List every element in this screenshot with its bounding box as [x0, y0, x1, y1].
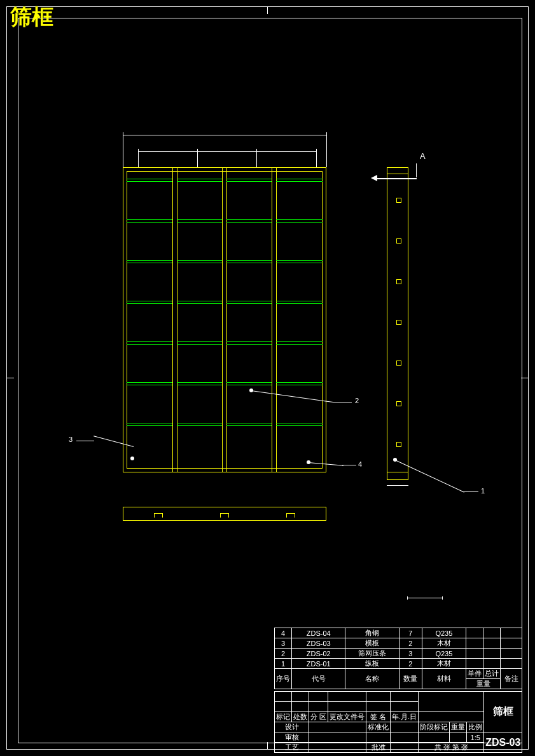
side-slot	[396, 401, 401, 406]
leader-line	[333, 402, 352, 402]
arrowhead-icon	[371, 175, 377, 181]
mesh-line	[276, 260, 323, 261]
slot	[154, 513, 163, 518]
mesh-line	[226, 260, 272, 261]
mesh-line	[127, 301, 172, 301]
dim-ext	[316, 149, 317, 167]
mesh-line	[127, 344, 172, 345]
bom-name: 角钢	[345, 628, 399, 638]
bom-mat: Q235	[422, 628, 466, 638]
mesh-line	[127, 263, 172, 263]
mesh-line	[226, 423, 272, 423]
mesh-line	[276, 179, 323, 179]
callout-4: 4	[358, 460, 362, 468]
mesh-line	[177, 179, 222, 179]
title-block: 筛框 标记 处数 分 区 更改文件号 签 名 年.月.日 设计 标准化 阶段标记…	[274, 691, 522, 753]
v-divider	[226, 167, 227, 472]
mesh-line	[226, 181, 272, 182]
section-arrow-line	[416, 163, 417, 177]
callout-1: 1	[481, 487, 485, 495]
mesh-line	[177, 423, 222, 423]
leader-dot	[130, 457, 134, 460]
tick-left	[6, 378, 14, 378]
mesh-line	[226, 301, 272, 301]
mesh-line	[177, 382, 222, 383]
mesh-line	[226, 341, 272, 342]
mesh-line	[226, 344, 272, 345]
bom-row: 4 ZDS-04 角钢 7 Q235	[275, 628, 522, 638]
mesh-line	[276, 263, 323, 263]
slot	[220, 513, 229, 518]
dim-ext	[256, 149, 257, 167]
tb-name: 筛框	[484, 692, 522, 732]
mesh-line	[226, 382, 272, 383]
slot	[286, 513, 295, 518]
leader-line	[76, 441, 94, 441]
dim-line	[387, 485, 408, 486]
v-divider	[272, 167, 272, 472]
mesh-line	[276, 425, 323, 426]
side-slot	[396, 279, 401, 284]
bom-row: 1 ZDS-01 纵板 2 木材	[275, 659, 522, 669]
mesh-line	[177, 260, 222, 261]
side-slot	[396, 238, 401, 244]
mesh-line	[276, 385, 323, 385]
tb-row: 筛框	[275, 692, 522, 702]
mesh-line	[276, 219, 323, 220]
tb-code: ZDS-03	[484, 732, 522, 753]
v-divider	[276, 167, 277, 472]
mesh-line	[276, 423, 323, 423]
mesh-line	[276, 181, 323, 182]
callout-2: 2	[355, 397, 359, 404]
mesh-line	[127, 303, 172, 304]
mesh-line	[177, 385, 222, 385]
callout-3: 3	[69, 436, 73, 443]
leader-line	[462, 491, 478, 492]
mesh-line	[177, 301, 222, 301]
mesh-line	[127, 222, 172, 223]
tick-bottom	[267, 742, 268, 750]
mesh-line	[127, 219, 172, 220]
mesh-line	[127, 181, 172, 182]
mesh-line	[177, 425, 222, 426]
side-slot	[396, 361, 401, 366]
mesh-line	[127, 179, 172, 179]
mesh-line	[177, 341, 222, 342]
dim-ext	[123, 132, 123, 167]
mesh-line	[177, 303, 222, 304]
tick-right	[521, 378, 529, 378]
bom-row: 3 ZDS-03 横板 2 木材	[275, 638, 522, 649]
mesh-line	[276, 382, 323, 383]
mesh-line	[226, 219, 272, 220]
bom-no: 4	[275, 628, 292, 638]
mesh-line	[127, 382, 172, 383]
section-arrow-h	[375, 178, 417, 179]
mesh-line	[226, 263, 272, 263]
bom-table: 4 ZDS-04 角钢 7 Q235 3 ZDS-03 横板 2 木材 2 ZD…	[274, 628, 522, 689]
mesh-line	[276, 301, 323, 301]
dim-line-overall	[123, 135, 326, 135]
scale-tick	[407, 596, 408, 600]
mesh-line	[177, 344, 222, 345]
mesh-line	[226, 425, 272, 426]
mesh-line	[177, 263, 222, 263]
bom-wt2	[483, 628, 501, 638]
tick-top	[267, 6, 268, 14]
mesh-line	[127, 260, 172, 261]
bom-header: 序号 代号 名称 数量 材料 单件 总计 备注	[275, 669, 522, 679]
v-divider	[172, 167, 173, 472]
mesh-line	[127, 341, 172, 342]
mesh-line	[276, 341, 323, 342]
side-slot	[396, 198, 401, 203]
front-view-inner	[127, 171, 323, 469]
dim-ext	[138, 149, 139, 167]
bom-code: ZDS-04	[292, 628, 345, 638]
side-slot	[396, 320, 401, 325]
mesh-line	[226, 385, 272, 385]
mesh-line	[276, 303, 323, 304]
mesh-line	[226, 303, 272, 304]
leader-line	[342, 465, 356, 465]
v-divider	[177, 167, 177, 472]
section-label: A	[420, 151, 426, 161]
mesh-line	[177, 181, 222, 182]
